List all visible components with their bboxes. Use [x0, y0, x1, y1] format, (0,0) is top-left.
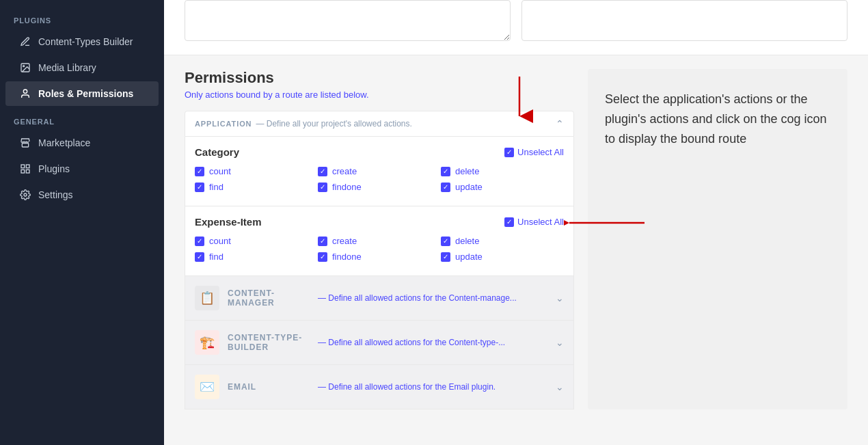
- svg-rect-6: [21, 170, 25, 173]
- category-checkbox[interactable]: [504, 148, 514, 157]
- expense-permissions-grid: count create delete find: [195, 236, 564, 262]
- sidebar-item-label: Plugins: [38, 163, 70, 174]
- top-area: [164, 0, 868, 55]
- perm-count-checkbox[interactable]: [195, 167, 204, 176]
- category-permissions-grid: count create delete find: [195, 166, 564, 192]
- content-manager-icon: 📋: [195, 286, 219, 310]
- perm-find-checkbox[interactable]: [195, 183, 204, 192]
- content-type-builder-plugin-section: 🏗️ CONTENT-TYPE-BUILDER — Define all all…: [185, 321, 574, 365]
- perm-find[interactable]: find: [195, 182, 318, 192]
- content-manager-desc: — Define all allowed actions for the Con…: [318, 293, 547, 303]
- content-type-builder-chevron-icon[interactable]: ⌄: [556, 337, 564, 348]
- expense-perm-count-checkbox[interactable]: [195, 237, 204, 246]
- perm-findone[interactable]: findone: [318, 182, 441, 192]
- expense-item-header: Expense-Item Unselect All: [195, 216, 564, 228]
- permissions-subtitle: Only actions bound by a route are listed…: [185, 90, 574, 100]
- email-header[interactable]: ✉️ EMAIL — Define all allowed actions fo…: [185, 365, 573, 409]
- grid-icon: [19, 163, 31, 175]
- application-chevron-icon[interactable]: ⌃: [556, 118, 564, 129]
- perm-count[interactable]: count: [195, 166, 318, 176]
- category-unselect-all[interactable]: Unselect All: [504, 147, 564, 157]
- sidebar-item-label: Content-Types Builder: [38, 36, 133, 47]
- sidebar: PLUGINS Content-Types Builder Media Libr…: [0, 0, 164, 445]
- main-content: Permissions Only actions bound by a rout…: [164, 0, 868, 445]
- sidebar-item-settings[interactable]: Settings: [5, 183, 159, 207]
- email-desc: — Define all allowed actions for the Ema…: [318, 382, 547, 392]
- sidebar-item-roles-permissions[interactable]: Roles & Permissions: [5, 81, 159, 106]
- email-icon: ✉️: [195, 375, 219, 399]
- expense-unselect-all[interactable]: Unselect All: [504, 217, 564, 227]
- expense-checkbox[interactable]: [504, 217, 514, 227]
- svg-point-2: [23, 90, 27, 93]
- expense-perm-create-checkbox[interactable]: [318, 237, 327, 246]
- gear-icon: [19, 189, 31, 201]
- content-type-builder-header[interactable]: 🏗️ CONTENT-TYPE-BUILDER — Define all all…: [185, 321, 573, 364]
- content-manager-header[interactable]: 📋 CONTENT-MANAGER — Define all allowed a…: [185, 276, 573, 320]
- expense-perm-update-checkbox[interactable]: [441, 252, 450, 262]
- info-panel: Select the application's actions or the …: [588, 69, 847, 409]
- sidebar-item-marketplace[interactable]: Marketplace: [5, 131, 159, 155]
- application-section-header[interactable]: APPLICATION — Define all your project's …: [185, 111, 574, 137]
- email-chevron-icon[interactable]: ⌄: [556, 381, 564, 392]
- unselect-all-label: Unselect All: [517, 147, 564, 157]
- category-group: Category Unselect All count create: [185, 137, 574, 206]
- category-title: Category: [195, 146, 239, 158]
- category-header: Category Unselect All: [195, 146, 564, 158]
- plugins-section-label: PLUGINS: [0, 5, 164, 29]
- perm-create-checkbox[interactable]: [318, 167, 327, 176]
- email-plugin-section: ✉️ EMAIL — Define all allowed actions fo…: [185, 365, 574, 409]
- sidebar-item-label: Media Library: [38, 62, 96, 73]
- expense-item-group: Expense-Item Unselect All: [185, 206, 574, 276]
- content-manager-name: CONTENT-MANAGER: [228, 288, 310, 308]
- content-manager-chevron-icon[interactable]: ⌄: [556, 293, 564, 304]
- pencil-icon: [19, 36, 31, 48]
- expense-perm-update[interactable]: update: [441, 252, 564, 262]
- expense-perm-findone-checkbox[interactable]: [318, 252, 327, 262]
- expense-perm-findone[interactable]: findone: [318, 252, 441, 262]
- permissions-title: Permissions: [185, 69, 574, 87]
- expense-perm-create[interactable]: create: [318, 236, 441, 246]
- application-label: APPLICATION: [195, 120, 252, 128]
- expense-perm-find-checkbox[interactable]: [195, 252, 204, 262]
- user-icon: [19, 87, 31, 100]
- expense-perm-delete[interactable]: delete: [441, 236, 564, 246]
- email-name: EMAIL: [228, 382, 310, 392]
- content-type-builder-name: CONTENT-TYPE-BUILDER: [228, 333, 310, 352]
- perm-findone-checkbox[interactable]: [318, 183, 327, 192]
- expense-item-title: Expense-Item: [195, 216, 262, 228]
- expense-perm-find[interactable]: find: [195, 252, 318, 262]
- expense-unselect-label: Unselect All: [517, 217, 564, 227]
- description-textarea[interactable]: [185, 0, 511, 41]
- svg-rect-4: [21, 165, 25, 168]
- svg-point-8: [24, 193, 27, 196]
- perm-delete[interactable]: delete: [441, 166, 564, 176]
- general-section-label: GENERAL: [0, 107, 164, 130]
- sidebar-item-media-library[interactable]: Media Library: [5, 55, 159, 80]
- content-type-builder-icon: 🏗️: [195, 330, 219, 355]
- svg-rect-3: [22, 144, 28, 147]
- sidebar-item-label: Marketplace: [38, 137, 90, 148]
- expense-unselect-all-container: Unselect All: [504, 217, 564, 227]
- content-type-builder-desc: — Define all allowed actions for the Con…: [318, 338, 547, 347]
- store-icon: [19, 137, 31, 149]
- permissions-area: Permissions Only actions bound by a rout…: [164, 55, 868, 423]
- svg-point-1: [23, 66, 25, 67]
- svg-rect-7: [26, 170, 29, 173]
- info-panel-text: Select the application's actions or the …: [605, 90, 830, 148]
- sidebar-item-label: Roles & Permissions: [38, 88, 133, 99]
- permissions-left: Permissions Only actions bound by a rout…: [185, 69, 574, 409]
- sidebar-item-content-types-builder[interactable]: Content-Types Builder: [5, 29, 159, 54]
- perm-delete-checkbox[interactable]: [441, 167, 450, 176]
- perm-create[interactable]: create: [318, 166, 441, 176]
- content-manager-plugin-section: 📋 CONTENT-MANAGER — Define all allowed a…: [185, 276, 574, 321]
- perm-update[interactable]: update: [441, 182, 564, 192]
- svg-rect-5: [26, 165, 29, 168]
- sidebar-item-label: Settings: [38, 189, 73, 200]
- perm-update-checkbox[interactable]: [441, 183, 450, 192]
- empty-box: [521, 0, 847, 41]
- application-desc: — Define all your project's allowed acti…: [256, 119, 411, 129]
- sidebar-item-plugins[interactable]: Plugins: [5, 157, 159, 181]
- expense-perm-count[interactable]: count: [195, 236, 318, 246]
- textarea-row: [185, 0, 847, 41]
- expense-perm-delete-checkbox[interactable]: [441, 237, 450, 246]
